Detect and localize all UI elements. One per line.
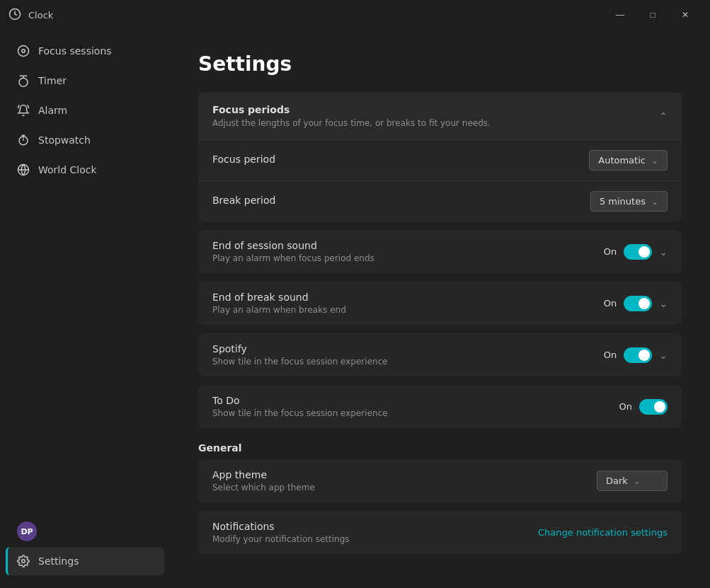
app-body: Focus sessions Timer Alarm Stopwatch xyxy=(0,30,710,588)
focus-period-dropdown-chevron: ⌄ xyxy=(651,156,658,166)
end-session-sound-section: End of session sound Play an alarm when … xyxy=(198,230,682,273)
end-session-sound-label: End of session sound xyxy=(212,240,604,251)
sidebar-avatar-row[interactable]: DP xyxy=(6,517,164,546)
todo-section: To Do Show tile in the focus session exp… xyxy=(198,385,682,428)
focus-sessions-icon xyxy=(17,45,30,57)
sidebar-nav: Focus sessions Timer Alarm Stopwatch xyxy=(0,35,170,185)
page-title: Settings xyxy=(198,52,682,76)
focus-period-row: Focus period Automatic ⌄ xyxy=(198,139,682,180)
focus-period-dropdown[interactable]: Automatic ⌄ xyxy=(589,150,668,171)
break-period-label-wrap: Break period xyxy=(212,195,590,208)
sidebar-item-settings[interactable]: Settings xyxy=(6,547,164,575)
end-session-toggle-thumb xyxy=(639,246,650,258)
todo-control: On xyxy=(619,399,668,415)
change-notification-settings-link[interactable]: Change notification settings xyxy=(538,527,668,538)
app-theme-dropdown[interactable]: Dark ⌄ xyxy=(597,471,668,491)
notifications-control: Change notification settings xyxy=(538,527,668,538)
app-theme-control: Dark ⌄ xyxy=(597,471,668,491)
end-break-sound-label: End of break sound xyxy=(212,292,604,303)
focus-periods-desc: Adjust the lengths of your focus time, o… xyxy=(212,118,659,128)
sidebar-item-stopwatch[interactable]: Stopwatch xyxy=(6,126,164,154)
end-session-toggle[interactable] xyxy=(624,244,652,260)
focus-periods-chevron: ⌃ xyxy=(659,110,668,122)
focus-periods-header[interactable]: Focus periods Adjust the lengths of your… xyxy=(198,93,682,139)
end-break-toggle[interactable] xyxy=(624,296,652,311)
svg-point-5 xyxy=(22,560,25,563)
sidebar-label-settings: Settings xyxy=(38,555,79,567)
spotify-toggle[interactable] xyxy=(624,347,652,363)
end-session-sound-desc: Play an alarm when focus period ends xyxy=(212,253,604,263)
break-period-dropdown-chevron: ⌄ xyxy=(651,197,658,207)
sidebar-item-alarm[interactable]: Alarm xyxy=(6,96,164,125)
focus-periods-title: Focus periods xyxy=(212,104,659,115)
app-icon xyxy=(8,8,23,22)
end-break-chevron: ⌄ xyxy=(659,298,668,309)
sidebar-label-stopwatch: Stopwatch xyxy=(38,134,91,146)
spotify-text: Spotify Show tile in the focus session e… xyxy=(212,343,604,367)
app-theme-text: App theme Select which app theme xyxy=(212,469,597,492)
settings-icon xyxy=(17,555,30,567)
end-break-sound-text: End of break sound Play an alarm when br… xyxy=(212,292,604,315)
todo-label: To Do xyxy=(212,395,619,406)
sidebar-item-focus-sessions[interactable]: Focus sessions xyxy=(6,37,164,65)
maximize-button[interactable]: □ xyxy=(636,4,669,26)
window-controls: — □ ✕ xyxy=(604,4,702,26)
end-session-toggle-track xyxy=(624,244,652,260)
todo-row: To Do Show tile in the focus session exp… xyxy=(198,385,682,428)
spotify-on-label: On xyxy=(604,350,617,360)
end-session-chevron: ⌄ xyxy=(659,246,668,258)
break-period-value: 5 minutes xyxy=(600,196,646,207)
sidebar-bottom: DP Settings xyxy=(0,516,170,582)
end-session-sound-text: End of session sound Play an alarm when … xyxy=(212,240,604,263)
notifications-row: Notifications Modify your notification s… xyxy=(198,511,682,554)
sidebar-item-timer[interactable]: Timer xyxy=(6,67,164,95)
app-theme-dropdown-chevron: ⌄ xyxy=(634,476,641,486)
spotify-chevron: ⌄ xyxy=(659,350,668,361)
stopwatch-icon xyxy=(17,134,30,146)
title-bar: Clock — □ ✕ xyxy=(0,0,710,30)
avatar: DP xyxy=(17,521,37,541)
focus-period-value: Automatic xyxy=(598,155,646,166)
todo-toggle[interactable] xyxy=(639,399,668,415)
break-period-control: 5 minutes ⌄ xyxy=(590,191,668,212)
spotify-label: Spotify xyxy=(212,343,604,354)
sidebar-label-focus-sessions: Focus sessions xyxy=(38,45,112,57)
todo-toggle-thumb xyxy=(654,401,665,413)
sidebar-label-timer: Timer xyxy=(38,75,67,86)
sidebar-label-world-clock: World Clock xyxy=(38,164,97,175)
break-period-label: Break period xyxy=(212,195,590,206)
minimize-button[interactable]: — xyxy=(604,4,636,26)
todo-on-label: On xyxy=(619,401,632,412)
sidebar-label-alarm: Alarm xyxy=(38,105,67,116)
break-period-dropdown[interactable]: 5 minutes ⌄ xyxy=(590,191,668,212)
todo-text: To Do Show tile in the focus session exp… xyxy=(212,395,619,418)
focus-period-control: Automatic ⌄ xyxy=(589,150,668,171)
focus-periods-section: Focus periods Adjust the lengths of your… xyxy=(198,93,682,221)
spotify-section: Spotify Show tile in the focus session e… xyxy=(198,333,682,376)
end-break-toggle-thumb xyxy=(639,298,650,309)
end-break-sound-section: End of break sound Play an alarm when br… xyxy=(198,282,682,325)
end-break-toggle-track xyxy=(624,296,652,311)
alarm-icon xyxy=(17,104,30,117)
end-break-on-label: On xyxy=(604,298,617,309)
todo-desc: Show tile in the focus session experienc… xyxy=(212,408,619,418)
main-content: Settings Focus periods Adjust the length… xyxy=(170,30,710,588)
close-button[interactable]: ✕ xyxy=(669,4,702,26)
sidebar-item-world-clock[interactable]: World Clock xyxy=(6,156,164,184)
timer-icon xyxy=(17,74,30,87)
spotify-control: On ⌄ xyxy=(604,347,668,363)
notifications-section: Notifications Modify your notification s… xyxy=(198,511,682,554)
app-theme-row: App theme Select which app theme Dark ⌄ xyxy=(198,459,682,502)
spotify-row: Spotify Show tile in the focus session e… xyxy=(198,333,682,376)
end-break-sound-control: On ⌄ xyxy=(604,296,668,311)
spotify-toggle-track xyxy=(624,347,652,363)
app-theme-label: App theme xyxy=(212,469,597,480)
general-title: General xyxy=(198,442,682,454)
end-session-sound-row: End of session sound Play an alarm when … xyxy=(198,230,682,273)
end-session-on-label: On xyxy=(604,246,617,257)
notifications-label: Notifications xyxy=(212,521,538,532)
end-break-sound-desc: Play an alarm when breaks end xyxy=(212,305,604,315)
break-period-row: Break period 5 minutes ⌄ xyxy=(198,180,682,221)
sidebar: Focus sessions Timer Alarm Stopwatch xyxy=(0,30,170,588)
app-theme-section: App theme Select which app theme Dark ⌄ xyxy=(198,459,682,502)
